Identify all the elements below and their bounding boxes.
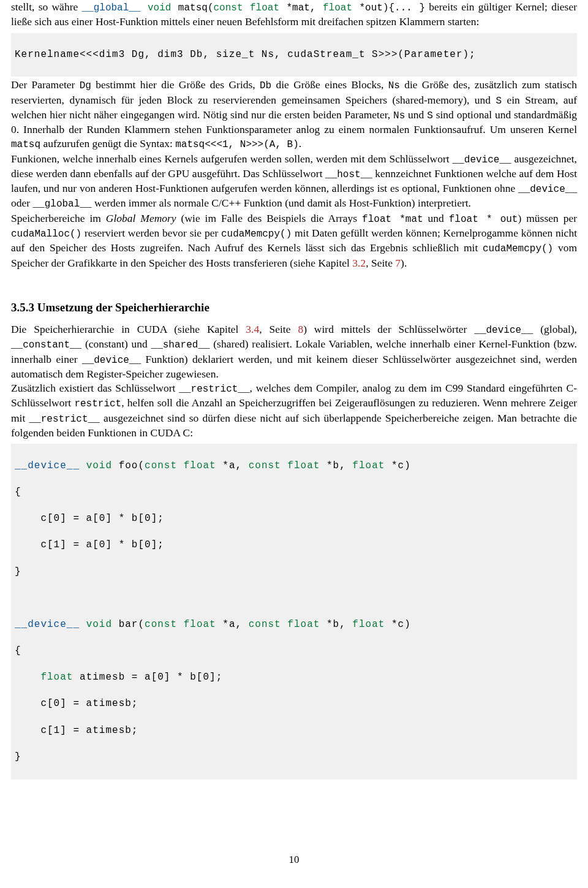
inline-code: Ns (393, 110, 405, 121)
inline-code: __device__ (453, 154, 511, 165)
body-paragraph-3: Funkionen, welche innerhalb eines Kernel… (11, 152, 577, 211)
page-number: 10 (11, 853, 577, 867)
inline-code: __constant__ (11, 340, 81, 351)
cross-reference[interactable]: 7 (395, 257, 401, 269)
inline-code: cudaMemcpy() (483, 243, 553, 254)
inline-code: Ns (388, 80, 400, 91)
code-line: __device__ void foo(const float *a, cons… (15, 460, 573, 473)
code-line: } (15, 751, 573, 764)
code-line: c[0] = a[0] * b[0]; (15, 512, 573, 526)
keyword: float (323, 2, 352, 13)
body-paragraph-4: Speicherbereiche im Global Memory (wie i… (11, 211, 577, 270)
inline-code: Db (260, 80, 271, 91)
body-paragraph-1: stellt, so währe __global__ void matsq(c… (11, 0, 577, 29)
code-line: c[0] = atimesb; (15, 697, 573, 711)
section-heading: 3.5.3 Umsetzung der Speicherhierarchie (11, 300, 577, 315)
code-line: c[1] = atimesb; (15, 724, 573, 738)
keyword: const (213, 2, 243, 13)
inline-code: float *mat (362, 214, 423, 225)
code-line: { (15, 645, 573, 658)
body-paragraph-6: Zusätzlich existiert das Schlüsselwort _… (11, 381, 577, 440)
inline-code: matsq (11, 139, 40, 150)
inline-code: float * out (449, 214, 518, 225)
keyword: float (250, 2, 279, 13)
inline-code: S (427, 110, 433, 121)
keyword: void (148, 2, 171, 13)
body-paragraph-5: Die Speicherhierarchie in CUDA (siehe Ka… (11, 322, 577, 381)
inline-code: matsq<<<1, N>>>(A, B) (175, 139, 299, 150)
inline-code: cudaMalloc() (11, 229, 81, 240)
inline-code: __device__ (82, 355, 141, 366)
cross-reference[interactable]: 3.4 (246, 323, 259, 335)
inline-code: __device__ (518, 184, 577, 195)
inline-code: __restrict__ (29, 414, 100, 425)
inline-code: __restrict__ (179, 384, 249, 395)
inline-code: cudaMemcpy() (221, 229, 292, 240)
code-line: __device__ void bar(const float *a, cons… (15, 618, 573, 632)
code-line: } (15, 566, 573, 579)
code-line (15, 592, 573, 605)
code-line: c[1] = a[0] * b[0]; (15, 539, 573, 552)
cross-reference[interactable]: 8 (298, 323, 303, 335)
inline-code: __global__ (32, 199, 91, 210)
text-run: stellt, so währe (11, 1, 81, 13)
inline-code: Dg (80, 80, 91, 91)
cross-reference[interactable]: 3.2 (352, 257, 366, 269)
code-block-kernel-launch: Kernelname<<<dim3 Dg, dim3 Db, size_t Ns… (11, 33, 577, 77)
inline-code: __device__ (474, 325, 533, 336)
code-line: Kernelname<<<dim3 Dg, dim3 Db, size_t Ns… (15, 48, 573, 61)
inline-code: __host__ (325, 169, 372, 180)
keyword: __global__ (81, 2, 140, 13)
inline-code: S (496, 96, 502, 107)
code-block-functions: __device__ void foo(const float *a, cons… (11, 444, 577, 780)
emphasis: Global Memory (106, 212, 176, 224)
inline-code: __global__ void matsq(const float *mat, … (81, 2, 425, 13)
code-line: float atimesb = a[0] * b[0]; (15, 671, 573, 685)
inline-code: restrict (74, 398, 121, 409)
inline-code: __shared__ (151, 340, 210, 351)
body-paragraph-2: Der Parameter Dg bestimmt hier die Größe… (11, 78, 577, 151)
code-line: { (15, 486, 573, 499)
